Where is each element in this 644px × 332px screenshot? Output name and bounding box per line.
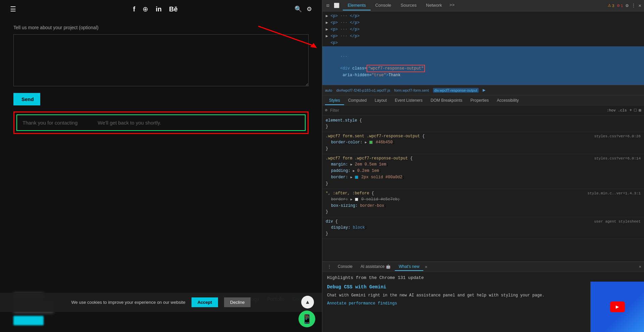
- bc-div-response[interactable]: div.wpcf7-response-output: [433, 88, 479, 93]
- cookie-accept-button[interactable]: Accept: [192, 297, 218, 307]
- tab-layout[interactable]: Layout: [371, 96, 391, 105]
- css-rule-form-response: .wpcf7 form .wpcf7-response-output { sty…: [322, 155, 644, 189]
- tab-styles[interactable]: Styles: [325, 96, 344, 105]
- warning-count: 3: [612, 4, 614, 8]
- bc-auto[interactable]: auto: [325, 88, 332, 92]
- facebook-icon[interactable]: f: [133, 5, 135, 13]
- thank-you-text-2: We'll get back to you shortly.: [98, 120, 161, 126]
- settings-icon[interactable]: ⚙: [307, 5, 312, 13]
- site-header: ☰ f ⊕ in Bē 🔍 ⚙: [0, 0, 322, 18]
- bottom-drawer-icon[interactable]: ⋮: [325, 264, 334, 270]
- bottom-highlight-text: Highlights from the Chrome 131 update: [327, 275, 639, 280]
- devtools-bottom-drawer: ⋮ Console AI assistance 🤖 What's new ✕ ✕…: [322, 262, 644, 332]
- bottom-tabs: ⋮ Console AI assistance 🤖 What's new ✕ ✕: [322, 262, 644, 272]
- social-icons: f ⊕ in Bē: [16, 5, 294, 13]
- more-options-icon[interactable]: ⋮: [631, 3, 636, 8]
- error-icon: ⊘: [617, 3, 620, 8]
- css-rule-form-sent: .wpcf7 form.sent .wpcf7-response-output …: [322, 133, 644, 154]
- website-panel: ☰ f ⊕ in Bē 🔍 ⚙ Tell us more about your …: [0, 0, 322, 332]
- html-line-selected[interactable]: ... <div class="wpcf7-response-output" a…: [322, 46, 644, 85]
- html-line-4: ▶ <p> ··· </p>: [322, 33, 644, 40]
- bc-div-wpcf7[interactable]: div#wpcf7-f240-p183-o1.wpcf7.js: [336, 88, 390, 92]
- tab-dom-breakpoints[interactable]: DOM Breakpoints: [427, 96, 467, 105]
- more-tabs-button[interactable]: >>: [447, 1, 458, 10]
- css-rule-element-style: element.style { }: [322, 117, 644, 132]
- bottom-inner: Highlights from the Chrome 131 update De…: [322, 272, 644, 332]
- bottom-content-wrapper: Highlights from the Chrome 131 update De…: [322, 272, 644, 332]
- tab-sources[interactable]: Sources: [396, 1, 421, 10]
- bc-form-sent[interactable]: form.wpcf7-form.sent: [394, 88, 429, 92]
- close-devtools-icon[interactable]: ✕: [639, 3, 641, 8]
- tab-whats-new[interactable]: What's new: [395, 263, 424, 271]
- devtools-panel: ⊡ ⬜ Elements Console Sources Network >> …: [322, 0, 644, 332]
- error-badge: ⊘ 1: [617, 3, 623, 8]
- filter-right-icons: + □ ⊞: [630, 108, 641, 113]
- warning-icon: ⚠: [608, 3, 611, 8]
- header-right-icons: 🔍 ⚙: [294, 5, 312, 13]
- styles-tabs: Styles Computed Layout Event Listeners D…: [322, 95, 644, 105]
- devtools-toolbar: ⊡ ⬜ Elements Console Sources Network >> …: [322, 0, 644, 11]
- add-style-icon[interactable]: +: [630, 108, 632, 113]
- devtools-breadcrumb: auto div#wpcf7-f240-p183-o1.wpcf7.js for…: [322, 85, 644, 95]
- html-line-5: <p>: [322, 40, 644, 46]
- close-drawer-icon[interactable]: ✕: [639, 264, 641, 269]
- html-line-1: ▶ <p> ··· </p>: [322, 13, 644, 19]
- tab-console[interactable]: Console: [371, 1, 396, 10]
- filter-bar: ⊘ :hov .cls + □ ⊞: [322, 105, 644, 115]
- tab-network[interactable]: Network: [421, 1, 447, 10]
- thank-you-wrapper: Thank you for contacting We'll get back …: [13, 111, 309, 134]
- cookie-bar: We use cookies to improve your experienc…: [0, 293, 322, 312]
- cookie-text: We use cookies to improve your experienc…: [71, 300, 185, 305]
- style-inspector-icon[interactable]: □: [634, 108, 637, 113]
- device-mode-icon[interactable]: ⬜: [332, 2, 341, 9]
- behance-icon[interactable]: Bē: [169, 5, 178, 13]
- send-button[interactable]: Send: [13, 93, 40, 105]
- tab-console-bottom[interactable]: Console: [334, 263, 357, 271]
- css-rules-panel[interactable]: element.style { } .wpcf7 form.sent .wpcf…: [322, 115, 644, 262]
- devtools-main-tabs: Elements Console Sources Network >>: [343, 1, 457, 10]
- footer-cta-button[interactable]: [13, 316, 44, 325]
- whatsapp-button[interactable]: 📱: [299, 311, 315, 327]
- scroll-top-button[interactable]: ▲: [301, 296, 314, 309]
- linkedin-icon[interactable]: in: [156, 5, 162, 13]
- tab-properties[interactable]: Properties: [467, 96, 493, 105]
- css-rule-div-useragent: div { user agent stylesheet display: blo…: [322, 218, 644, 239]
- bc-more[interactable]: ▶: [483, 88, 485, 92]
- filter-input[interactable]: [330, 108, 604, 113]
- html-line-2: ▶ <p> ··· </p>: [322, 19, 644, 26]
- warning-badge: ⚠ 3: [608, 3, 614, 8]
- pseudo-class-filter[interactable]: :hov .cls: [607, 108, 627, 112]
- devtools-right-icons: ⚠ 3 ⊘ 1 ⚙ ⋮ ✕: [608, 3, 641, 8]
- whats-new-close[interactable]: ✕: [423, 264, 429, 270]
- site-content: Tell us more about your project (optiona…: [0, 18, 322, 286]
- thank-you-box: Thank you for contacting We'll get back …: [16, 114, 306, 131]
- tab-elements[interactable]: Elements: [343, 1, 370, 10]
- form-label: Tell us more about your project (optiona…: [13, 25, 309, 30]
- css-rule-universal: *, :after, :before { style.min.c..ver=1.…: [322, 190, 644, 217]
- thank-you-text-1: Thank you for contacting: [22, 120, 77, 126]
- youtube-play-icon[interactable]: ▶: [610, 301, 625, 312]
- filter-icon: ⊘: [325, 108, 327, 113]
- tab-computed[interactable]: Computed: [344, 96, 371, 105]
- bottom-thumbnail: ▶: [590, 282, 644, 332]
- cookie-decline-button[interactable]: Decline: [224, 297, 251, 307]
- html-panel[interactable]: ▶ <p> ··· </p> ▶ <p> ··· </p> ▶ <p> ··· …: [322, 11, 644, 85]
- tab-event-listeners[interactable]: Event Listeners: [391, 96, 427, 105]
- html-line-3: ▶ <p> ··· </p>: [322, 26, 644, 33]
- instagram-icon[interactable]: ⊕: [143, 5, 148, 13]
- style-grid-icon[interactable]: ⊞: [639, 108, 641, 113]
- element-picker-icon[interactable]: ⊡: [325, 2, 330, 9]
- search-icon[interactable]: 🔍: [294, 5, 302, 13]
- form-textarea[interactable]: [13, 34, 309, 86]
- tab-ai-assistance[interactable]: AI assistance 🤖: [357, 263, 395, 271]
- settings-icon[interactable]: ⚙: [626, 3, 628, 8]
- error-count: 1: [621, 4, 623, 8]
- tab-accessibility[interactable]: Accessibility: [493, 96, 523, 105]
- menu-icon[interactable]: ☰: [10, 5, 16, 13]
